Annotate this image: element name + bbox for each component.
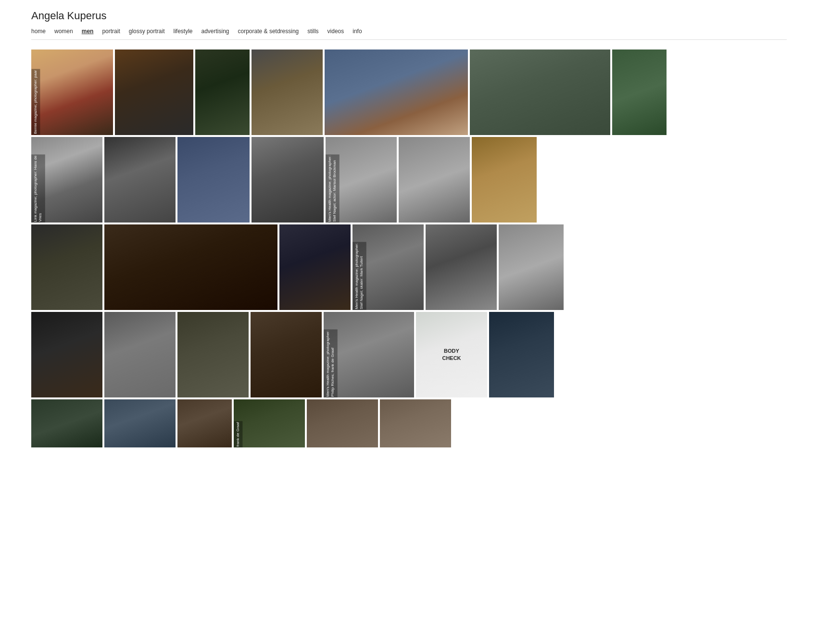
list-item[interactable]: [307, 399, 378, 447]
gallery-row-3: Men's Health magazine; photographer: Ste…: [31, 224, 787, 310]
list-item[interactable]: [31, 312, 102, 397]
nav-corporate[interactable]: corporate & setdressing: [238, 28, 299, 35]
image-caption: Link magazine; photographer: Hans de Vri…: [31, 154, 45, 223]
list-item[interactable]: [279, 224, 351, 310]
list-item[interactable]: [470, 50, 610, 135]
list-item[interactable]: [251, 312, 322, 397]
body-check-text: BODYCHECK: [442, 347, 461, 362]
list-item[interactable]: [177, 312, 249, 397]
image-caption: Men's Health magazine; photographer: Ste…: [352, 242, 366, 310]
gallery-row-4: Men's Health magazine; photographer: Phi…: [31, 312, 787, 397]
list-item[interactable]: [177, 399, 232, 447]
site-title: Angela Kuperus: [31, 10, 787, 22]
image-caption: Bernie magazine; photographer: paar: [31, 69, 40, 135]
list-item[interactable]: Men's Health magazine; photographer: Phi…: [324, 312, 414, 397]
list-item[interactable]: [104, 399, 176, 447]
list-item[interactable]: BODYCHECK: [416, 312, 487, 397]
list-item[interactable]: Men's Health magazine; photographer: Ste…: [352, 224, 424, 310]
nav-home[interactable]: home: [31, 28, 46, 35]
nav-lifestyle[interactable]: lifestyle: [173, 28, 192, 35]
gallery-row-2: Link magazine; photographer: Hans de Vri…: [31, 137, 787, 223]
list-item[interactable]: Link magazine; photographer: Hans de Vri…: [31, 137, 102, 223]
list-item[interactable]: Bernie magazine; photographer: paar: [31, 50, 113, 135]
nav-advertising[interactable]: advertising: [201, 28, 229, 35]
gallery: Bernie magazine; photographer: paar Link…: [0, 45, 818, 459]
gallery-row-5: frank de Graaf: [31, 399, 787, 447]
list-item[interactable]: [177, 137, 250, 223]
site-header: Angela Kuperus home women men portrait g…: [0, 0, 818, 45]
image-caption: Men's Health magazine; photographer: Ste…: [326, 154, 340, 223]
list-item[interactable]: [31, 224, 102, 310]
list-item[interactable]: Men's Health magazine; photographer: Ste…: [326, 137, 397, 223]
nav-stills[interactable]: stills: [307, 28, 318, 35]
list-item[interactable]: [612, 50, 667, 135]
main-nav: home women men portrait glossy portrait …: [31, 28, 787, 40]
list-item[interactable]: [499, 224, 564, 310]
list-item[interactable]: [104, 137, 176, 223]
list-item[interactable]: [489, 312, 554, 397]
image-caption: Men's Health magazine; photographer: Phi…: [324, 329, 338, 397]
list-item[interactable]: [380, 399, 451, 447]
list-item[interactable]: [195, 50, 250, 135]
list-item[interactable]: frank de Graaf: [234, 399, 305, 447]
nav-portrait[interactable]: portrait: [102, 28, 120, 35]
list-item[interactable]: [426, 224, 497, 310]
list-item[interactable]: [252, 137, 324, 223]
gallery-row-1: Bernie magazine; photographer: paar: [31, 50, 787, 135]
list-item[interactable]: [472, 137, 537, 223]
nav-videos[interactable]: videos: [327, 28, 344, 35]
nav-glossy-portrait[interactable]: glossy portrait: [129, 28, 165, 35]
nav-women[interactable]: women: [54, 28, 73, 35]
list-item[interactable]: [31, 399, 102, 447]
list-item[interactable]: [325, 50, 468, 135]
nav-info[interactable]: info: [352, 28, 362, 35]
list-item[interactable]: [104, 224, 277, 310]
list-item[interactable]: [104, 312, 176, 397]
list-item[interactable]: [115, 50, 193, 135]
list-item[interactable]: [399, 137, 470, 223]
nav-men[interactable]: men: [82, 28, 94, 35]
image-caption: frank de Graaf: [234, 421, 242, 447]
list-item[interactable]: [252, 50, 323, 135]
